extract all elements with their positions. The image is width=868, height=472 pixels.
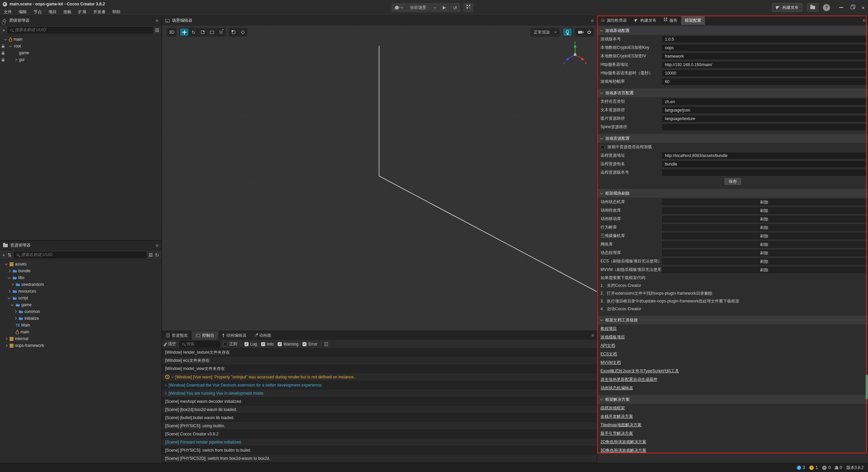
preview-device-select[interactable]	[392, 3, 407, 12]
console-tab-0[interactable]: 资源预览	[162, 331, 192, 340]
field-input[interactable]: oops	[662, 45, 866, 51]
field-input[interactable]: 1.0.5	[662, 36, 866, 42]
asset-node-resources[interactable]: resources	[0, 288, 161, 295]
create-node-button[interactable]: +	[2, 28, 5, 33]
asset-node-common[interactable]: common	[0, 308, 161, 315]
status-notifications[interactable]: 0	[835, 465, 842, 470]
scene-viewport[interactable]: 3D ↻ U 正常渲染	[162, 25, 597, 331]
save-button[interactable]: 保存	[725, 178, 741, 185]
inspector-tab-0[interactable]: 属性检查器	[597, 16, 631, 25]
doc-link-7[interactable]: 动画状态机编辑器	[600, 385, 633, 391]
play-button[interactable]	[439, 3, 450, 12]
scrollbar-thumb[interactable]	[866, 375, 868, 399]
filter-error[interactable]: ✓Error	[302, 342, 317, 347]
filter-warning[interactable]: ✓Warning	[278, 342, 298, 347]
filter-log[interactable]: ✓Log	[244, 342, 257, 347]
expand-chevron-icon[interactable]: ›	[165, 391, 166, 395]
hierarchy-search-input[interactable]: 搜索名称或 UUID	[7, 27, 153, 34]
log-row-0[interactable]: [Window] render_texture文件夹存在	[162, 349, 597, 357]
tree-chevron-icon[interactable]	[5, 337, 7, 340]
tree-chevron-icon[interactable]	[9, 44, 12, 47]
console-search-input[interactable]: 搜索	[179, 341, 220, 348]
assets-refresh-icon[interactable]: ↻	[155, 253, 159, 257]
open-project-folder-button[interactable]	[807, 3, 818, 12]
log-row-7[interactable]: [Scene] [box2d]:box2d wasm lib loaded.	[162, 406, 597, 414]
asset-node-oops-framework[interactable]: oops-framework	[0, 342, 161, 349]
tree-chevron-icon[interactable]	[8, 270, 11, 272]
remove-module-button[interactable]: 剔除	[662, 216, 866, 222]
assets-search-input[interactable]: 搜索名称或 UUID	[14, 252, 146, 258]
asset-node-libs[interactable]: libs	[0, 274, 161, 281]
field-input[interactable]: framework	[662, 53, 866, 59]
field-input[interactable]: language/texture	[662, 116, 866, 122]
solution-link-5[interactable]: 3D角色扮演游戏解决方案	[600, 448, 646, 453]
asset-node-initialize[interactable]: initialize	[0, 315, 161, 322]
menu-item-5[interactable]: 扩展	[77, 8, 87, 16]
menu-item-0[interactable]: 文件	[3, 8, 13, 16]
log-row-6[interactable]: [Scene] meshopt wasm decoder initialized	[162, 397, 597, 406]
inspector-menu-icon[interactable]: ≡	[863, 18, 865, 23]
section-header[interactable]: 框架文档工具链接	[597, 316, 868, 324]
menu-item-7[interactable]: 帮助	[111, 8, 121, 16]
assets-menu-icon[interactable]: ≡	[156, 243, 158, 248]
console-tab-2[interactable]: 动画编辑器	[218, 331, 251, 340]
hierarchy-menu-icon[interactable]: ≡	[156, 18, 158, 23]
tree-chevron-icon[interactable]	[5, 262, 7, 265]
create-asset-button[interactable]: +	[2, 253, 5, 257]
tree-chevron-icon[interactable]	[8, 296, 11, 299]
remove-module-button[interactable]: 剔除	[662, 250, 866, 256]
lighting-toggle-button[interactable]	[563, 28, 572, 36]
status-warning[interactable]: ! 1	[809, 465, 818, 470]
tree-chevron-icon[interactable]	[14, 310, 17, 313]
doc-link-6[interactable]: 原生包热更新配置自动生成插件	[600, 377, 657, 382]
log-row-4[interactable]: ›[Window] Download the Vue Devtools exte…	[162, 381, 597, 389]
assets-sort-icon[interactable]: ⇅	[7, 253, 12, 257]
menu-item-4[interactable]: 面板	[62, 8, 73, 16]
scene-menu-icon[interactable]: ≡	[591, 18, 594, 23]
remove-module-button[interactable]: 剔除	[662, 233, 866, 239]
field-input[interactable]	[662, 124, 866, 130]
asset-node-game[interactable]: game	[0, 301, 161, 308]
scale-tool-button[interactable]	[198, 28, 207, 36]
build-publish-button[interactable]: 构建发布	[772, 3, 803, 12]
menu-item-2[interactable]: 节点	[33, 8, 43, 16]
log-row-2[interactable]: [Window] model_view文件夹存在	[162, 365, 597, 373]
tree-chevron-icon[interactable]	[8, 276, 11, 278]
hierarchy-node-gui[interactable]: gui	[0, 56, 161, 63]
move-tool-button[interactable]	[180, 28, 189, 36]
asset-node-assets[interactable]: assets	[0, 261, 161, 268]
menu-item-3[interactable]: 项目	[47, 8, 58, 16]
remote-load-checkbox[interactable]	[600, 145, 605, 149]
asset-node-Main[interactable]: TSMain	[0, 322, 161, 329]
console-tab-1[interactable]: ›控制台	[192, 331, 218, 340]
inspector-tab-2[interactable]: 服务	[660, 16, 681, 25]
field-input[interactable]	[662, 170, 866, 176]
asset-node-internal[interactable]: internal	[0, 335, 161, 342]
doc-link-3[interactable]: ECS文档	[600, 351, 617, 357]
field-input[interactable]: zh,en	[662, 99, 866, 105]
camera-settings-button[interactable]	[576, 28, 584, 36]
log-row-3[interactable]: !›[Window] [Vue warn]: Property "onInput…	[162, 373, 597, 381]
pivot-position-button[interactable]	[229, 28, 238, 36]
solution-link-4[interactable]: 2D角色扮演游戏解决方案	[600, 439, 646, 445]
render-mode-select[interactable]: 正常渲染	[530, 28, 560, 37]
tree-chevron-icon[interactable]	[4, 37, 7, 40]
field-input[interactable]: http://192.168.0.150/main/	[662, 62, 866, 68]
remove-module-button[interactable]: 剔除	[662, 267, 866, 273]
regex-checkbox[interactable]: 正则	[223, 341, 237, 347]
remove-module-button[interactable]: 剔除	[662, 208, 866, 214]
doc-link-4[interactable]: MVVM文档	[600, 360, 621, 366]
section-header[interactable]: 框架模块剔除	[597, 189, 868, 198]
restart-button[interactable]: ↺	[450, 3, 460, 12]
asset-node-script[interactable]: script	[0, 295, 161, 301]
doc-link-5[interactable]: Excel格式转Json文件与TypeScript代码工具	[600, 368, 679, 374]
menu-item-6[interactable]: 开发者	[92, 8, 106, 16]
tree-chevron-icon[interactable]	[8, 290, 11, 293]
field-input[interactable]: 10000	[662, 70, 866, 76]
tree-chevron-icon[interactable]	[14, 317, 17, 320]
remove-module-button[interactable]: 剔除	[662, 199, 866, 205]
collapse-logs-icon[interactable]	[324, 342, 328, 346]
field-input[interactable]: language/json	[662, 107, 866, 113]
log-row-5[interactable]: ›[Window] You are running Vue in develop…	[162, 389, 597, 397]
section-header[interactable]: 游戏基础配置	[597, 26, 868, 35]
